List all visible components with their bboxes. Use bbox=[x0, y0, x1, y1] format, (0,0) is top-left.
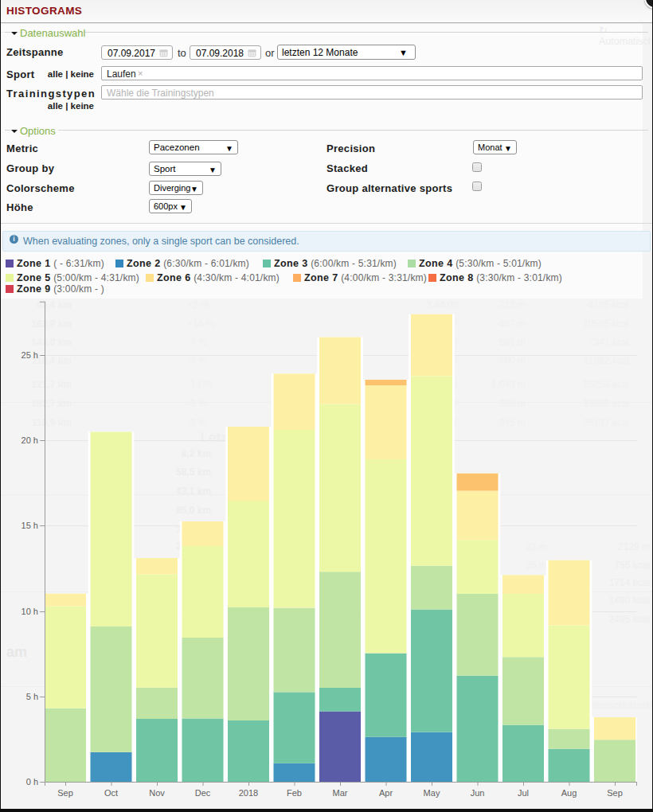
svg-text:5 h: 5 h bbox=[26, 692, 38, 701]
svg-text:-9 %: -9 % bbox=[187, 355, 207, 366]
svg-text:143,0 km: 143,0 km bbox=[31, 337, 72, 348]
svg-text:-9 %: -9 % bbox=[187, 417, 207, 428]
svg-text:25 h: 25 h bbox=[22, 350, 38, 360]
svg-text:407 m: 407 m bbox=[499, 318, 526, 330]
svg-text:13990 kcal: 13990 kcal bbox=[583, 398, 629, 409]
svg-text:163,9 km: 163,9 km bbox=[31, 318, 72, 330]
svg-text:16254 kcal: 16254 kcal bbox=[583, 379, 629, 390]
svg-text:212 m: 212 m bbox=[499, 299, 526, 310]
svg-text:8,2 km: 8,2 km bbox=[182, 448, 211, 459]
svg-text:110,9 km: 110,9 km bbox=[32, 417, 72, 428]
svg-text:7341 kcal: 7341 kcal bbox=[588, 337, 629, 348]
svg-text:2128 m: 2128 m bbox=[618, 541, 650, 552]
svg-text:Nov: Nov bbox=[149, 788, 165, 798]
svg-text:am: am bbox=[6, 644, 27, 660]
svg-text:-7 %: -7 % bbox=[187, 337, 207, 348]
svg-text:1490 kcal: 1490 kcal bbox=[609, 595, 650, 606]
svg-text:Mar: Mar bbox=[333, 788, 348, 798]
svg-text:+14 %: +14 % bbox=[187, 318, 215, 330]
svg-text:Jun: Jun bbox=[471, 788, 485, 798]
svg-text:Apr: Apr bbox=[379, 788, 393, 798]
svg-text:2495 kcal: 2495 kcal bbox=[609, 614, 650, 625]
svg-text:Dec: Dec bbox=[195, 788, 211, 798]
svg-text:85,0 km: 85,0 km bbox=[176, 505, 211, 516]
svg-text:-14 %: -14 % bbox=[187, 379, 213, 390]
svg-text:atenschutzerklärung: atenschutzerklärung bbox=[591, 700, 653, 711]
svg-text:Oct: Oct bbox=[104, 788, 118, 798]
svg-text:58,5 km: 58,5 km bbox=[176, 467, 211, 478]
svg-text:32 m: 32 m bbox=[526, 541, 547, 552]
svg-text:Sep: Sep bbox=[607, 788, 623, 798]
svg-text:2018: 2018 bbox=[239, 788, 258, 798]
svg-text:975 m: 975 m bbox=[499, 417, 526, 428]
svg-text:26137 kcal: 26137 kcal bbox=[583, 417, 629, 428]
svg-text:Feb: Feb bbox=[287, 788, 302, 798]
svg-text:15 h: 15 h bbox=[22, 521, 38, 530]
svg-text:+2 %: +2 % bbox=[187, 299, 209, 310]
svg-text:Jul: Jul bbox=[518, 788, 529, 798]
svg-text:May: May bbox=[424, 788, 440, 798]
svg-text:3:44:00: 3:44:00 bbox=[426, 299, 458, 310]
svg-text:581 m: 581 m bbox=[499, 337, 526, 348]
svg-text:Sep: Sep bbox=[57, 788, 73, 798]
svg-text:35 m: 35 m bbox=[526, 560, 547, 571]
svg-text:935 m: 935 m bbox=[499, 398, 526, 409]
svg-text:0 h: 0 h bbox=[26, 777, 38, 787]
svg-text:700 m: 700 m bbox=[499, 355, 526, 366]
svg-text:4185 kcal: 4185 kcal bbox=[588, 299, 629, 310]
svg-text:45,4 km: 45,4 km bbox=[37, 299, 72, 310]
svg-text:755 kcal: 755 kcal bbox=[614, 560, 650, 571]
svg-text:Aug: Aug bbox=[561, 788, 577, 798]
svg-text:121,7 km: 121,7 km bbox=[31, 379, 72, 390]
svg-text:282,7 km: 282,7 km bbox=[31, 398, 72, 409]
svg-text:1714 kcal: 1714 kcal bbox=[609, 577, 650, 588]
svg-text:10585 kcal: 10585 kcal bbox=[583, 318, 629, 330]
svg-text:11082 kcal: 11082 kcal bbox=[584, 355, 629, 366]
svg-text:43,1 km: 43,1 km bbox=[176, 486, 211, 497]
svg-text:20 h: 20 h bbox=[22, 435, 38, 445]
svg-text:1.043 m: 1.043 m bbox=[491, 379, 526, 390]
svg-text:-3 %: -3 % bbox=[187, 398, 207, 409]
svg-text:10 h: 10 h bbox=[22, 607, 38, 616]
